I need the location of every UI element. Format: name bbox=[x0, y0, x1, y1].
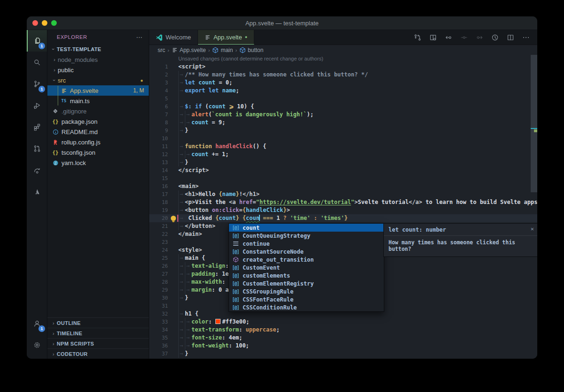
suggest-item-cssconditionrule[interactable]: [@]CSSConditionRule bbox=[229, 303, 384, 311]
breadcrumb-button[interactable]: button bbox=[239, 47, 263, 53]
suggest-item-customelementregistry[interactable]: [@]CustomElementRegistry bbox=[229, 279, 384, 287]
explorer-more-actions-icon[interactable]: ⋯ bbox=[136, 33, 143, 41]
zoom-window-button[interactable] bbox=[51, 20, 57, 26]
section-outline[interactable]: ›OUTLINE bbox=[47, 317, 149, 328]
code-line-14[interactable]: 14</script> bbox=[149, 166, 537, 174]
run-timer-icon[interactable] bbox=[491, 34, 499, 41]
nav-forward-icon[interactable] bbox=[476, 34, 483, 41]
activity-run-debug-button[interactable] bbox=[27, 95, 47, 116]
file-item-app-svelte[interactable]: App.svelte1, M bbox=[47, 85, 149, 96]
section-timeline[interactable]: ›TIMELINE bbox=[47, 328, 149, 338]
tab-app-svelte[interactable]: App.svelte● bbox=[198, 30, 254, 45]
activity-github-pr-button[interactable] bbox=[27, 138, 47, 159]
code-line-10[interactable]: 10 bbox=[149, 135, 537, 143]
split-editor-icon[interactable] bbox=[507, 34, 514, 41]
file-item-tsconfig-json[interactable]: {}tsconfig.json bbox=[47, 147, 149, 158]
code-line-19[interactable]: 19→<button on:click={handleClick}> bbox=[149, 206, 537, 214]
suggest-item-customevent[interactable]: [@]CustomEvent bbox=[229, 264, 384, 271]
breadcrumb-src[interactable]: src bbox=[158, 47, 165, 53]
code-line-33[interactable]: 33→→color: #ff3e00; bbox=[149, 318, 537, 326]
file-item-src[interactable]: ›src● bbox=[47, 75, 149, 85]
file-item-rollup-config-js[interactable]: rollup.config.js bbox=[47, 137, 149, 147]
code-line-15[interactable]: 15 bbox=[149, 174, 537, 182]
code-line-16[interactable]: 16<main> bbox=[149, 182, 537, 190]
code-line-34[interactable]: 34→→text-transform: uppercase; bbox=[149, 326, 537, 334]
code-line-6[interactable]: 6→$: if (count ⩾ 10) { bbox=[149, 103, 537, 111]
code-line-35[interactable]: 35→→font-size: 4em; bbox=[149, 334, 537, 342]
suggest-item-count[interactable]: [@]count bbox=[229, 224, 384, 232]
unsaved-dot-icon[interactable]: ● bbox=[245, 35, 247, 39]
minimize-window-button[interactable] bbox=[42, 20, 47, 26]
file-item-package-json[interactable]: {}package.json bbox=[47, 116, 149, 127]
activity-search-button[interactable] bbox=[27, 52, 47, 73]
open-changes-icon[interactable] bbox=[429, 34, 437, 41]
file-item-main-ts[interactable]: TSmain.ts bbox=[47, 96, 149, 106]
tab-welcome[interactable]: Welcome bbox=[149, 30, 198, 45]
title-bar[interactable]: App.svelte — test-template bbox=[27, 16, 537, 30]
vscode-icon bbox=[156, 34, 163, 41]
color-swatch[interactable] bbox=[215, 319, 221, 324]
suggest-item-countqueuingstrategy[interactable]: [@]CountQueuingStrategy bbox=[229, 232, 384, 240]
scrollbar-thumb[interactable] bbox=[531, 55, 537, 192]
code-line-20[interactable]: 20→ Clicked {count} {coun === 1 ? 'time'… bbox=[149, 214, 537, 222]
breadcrumb-app-svelte[interactable]: App.svelte bbox=[172, 47, 206, 53]
file-item-readme-md[interactable]: README.md bbox=[47, 127, 149, 137]
activity-source-control-button[interactable]: 1 bbox=[27, 73, 47, 95]
code-line-37[interactable]: 37→} bbox=[149, 350, 537, 358]
close-window-button[interactable] bbox=[32, 20, 38, 26]
code-line-3[interactable]: 3→let count = 0; bbox=[149, 79, 537, 87]
gutter: 32 bbox=[149, 310, 178, 318]
code-line-2[interactable]: 2→/** How many times has someone clicked… bbox=[149, 71, 537, 79]
code-line-8[interactable]: 8→→count = 9; bbox=[149, 119, 537, 127]
close-icon[interactable]: ✕ bbox=[531, 226, 534, 232]
code-editor[interactable]: Unsaved changes (cannot determine recent… bbox=[149, 55, 537, 359]
file-item-node-modules[interactable]: ›node_modules bbox=[47, 54, 149, 65]
activity-live-share-button[interactable] bbox=[27, 159, 47, 181]
window-controls bbox=[32, 20, 57, 26]
symbol-module-icon bbox=[230, 256, 241, 263]
code-line-12[interactable]: 12→→count += 1; bbox=[149, 151, 537, 158]
code-lines: 1<script>2→/** How many times has someon… bbox=[149, 63, 537, 358]
activity-extensions-button[interactable] bbox=[27, 116, 47, 138]
root-folder-label: TEST-TEMPLATE bbox=[57, 46, 101, 52]
code-line-7[interactable]: 7→→alert(`count is dangerously high!`); bbox=[149, 111, 537, 119]
nav-back-icon[interactable] bbox=[445, 34, 452, 41]
file-item-public[interactable]: ›public bbox=[47, 65, 149, 75]
file-item-gitignore[interactable]: .gitignore bbox=[47, 106, 149, 116]
code-line-36[interactable]: 36→→font-weight: 100; bbox=[149, 342, 537, 350]
line-number: 2 bbox=[165, 71, 168, 79]
scrollbar[interactable] bbox=[531, 55, 537, 359]
suggest-item-constantsourcenode[interactable]: [@]ConstantSourceNode bbox=[229, 248, 384, 256]
suggest-item-customelements[interactable]: [@]customElements bbox=[229, 271, 384, 279]
code-line-9[interactable]: 9→} bbox=[149, 127, 537, 135]
suggest-item-create-out-transition[interactable]: create_out_transition bbox=[229, 256, 384, 264]
activity-account-button[interactable]: 1 bbox=[27, 313, 47, 334]
code-line-18[interactable]: 18→<p>Visit the <a href="https://svelte.… bbox=[149, 198, 537, 206]
section-codetour[interactable]: ›CODETOUR bbox=[47, 348, 149, 359]
suggest-item-continue[interactable]: continue bbox=[229, 240, 384, 248]
code-line-5[interactable]: 5 bbox=[149, 95, 537, 103]
line-content: →} bbox=[178, 158, 537, 166]
indent-guide: → bbox=[178, 318, 185, 326]
activity-settings-button[interactable] bbox=[27, 334, 47, 356]
suggest-item-cssfontfacerule[interactable]: [@]CSSFontFaceRule bbox=[229, 295, 384, 303]
file-item-yarn-lock[interactable]: yarn.lock bbox=[47, 158, 149, 168]
code-line-1[interactable]: 1<script> bbox=[149, 63, 537, 71]
section-npm-scripts[interactable]: ›NPM SCRIPTS bbox=[47, 338, 149, 348]
activity-explorer-button[interactable]: 1 bbox=[27, 30, 47, 52]
nav-node-icon[interactable] bbox=[460, 34, 468, 41]
activity-azure-button[interactable] bbox=[27, 181, 47, 203]
code-line-13[interactable]: 13→} bbox=[149, 158, 537, 166]
more-actions-icon[interactable] bbox=[522, 34, 530, 41]
lightbulb-icon[interactable] bbox=[171, 216, 176, 221]
suggest-item-cssgroupingrule[interactable]: [@]CSSGroupingRule bbox=[229, 287, 384, 295]
workspace-root-folder[interactable]: › TEST-TEMPLATE bbox=[47, 44, 149, 54]
line-number: 26 bbox=[162, 262, 168, 270]
git-compare-icon[interactable] bbox=[414, 34, 421, 41]
breadcrumb-main[interactable]: main bbox=[212, 47, 233, 53]
line-content: →→color: #ff3e00; bbox=[178, 318, 537, 326]
code-line-4[interactable]: 4→export let name; bbox=[149, 87, 537, 95]
code-line-17[interactable]: 17→<h1>Hello {name}!</h1> bbox=[149, 190, 537, 198]
azure-icon bbox=[33, 188, 41, 196]
code-line-11[interactable]: 11→function handleClick() { bbox=[149, 143, 537, 151]
